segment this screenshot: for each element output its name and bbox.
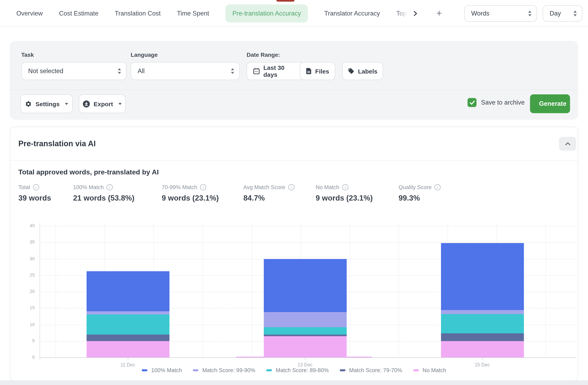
- legend-item[interactable]: No Match: [413, 367, 446, 373]
- stat-70-99-match: 70-99% Matchi 9 words (23.1%): [162, 184, 243, 203]
- y-axis-tick-label: 20: [18, 289, 35, 294]
- select-arrows-icon: [528, 10, 532, 16]
- bar-segment: [264, 334, 346, 336]
- bar-segment: [441, 243, 524, 310]
- labels-filter-button[interactable]: Labels: [342, 62, 383, 80]
- legend-marker: [142, 369, 147, 371]
- info-icon[interactable]: i: [342, 184, 348, 190]
- calendar-icon: [253, 68, 260, 74]
- y-axis-tick-label: 15: [18, 305, 35, 310]
- tab-pre-translation-accuracy[interactable]: Pre-translation Accuracy: [225, 4, 308, 22]
- caret-down-icon: [65, 103, 68, 105]
- stat-label: Total: [18, 184, 30, 190]
- unit-select-value: Words: [471, 10, 489, 17]
- report-tab-bar: Overview Cost Estimate Translation Cost …: [0, 0, 588, 27]
- stat-label: 70-99% Match: [162, 184, 197, 190]
- stat-value: 9 words (23.1%): [162, 194, 243, 203]
- nav-right-controls: Words Day: [464, 5, 582, 21]
- tab-time-spent[interactable]: Time Spent: [177, 10, 209, 17]
- settings-button-label: Settings: [36, 100, 60, 107]
- legend-item[interactable]: Match Score: 89-80%: [266, 367, 329, 373]
- unit-select[interactable]: Words: [464, 5, 537, 21]
- stat-100-match: 100% Matchi 21 words (53.8%): [73, 184, 162, 203]
- bar-segment-tiny: [236, 357, 264, 357]
- language-label: Language: [131, 51, 158, 58]
- legend-marker: [266, 369, 272, 371]
- chevron-right-icon: [413, 10, 418, 16]
- info-icon[interactable]: i: [435, 184, 441, 190]
- horizontal-scrollbar[interactable]: [0, 380, 588, 385]
- stat-label: Avg Match Score: [243, 184, 285, 190]
- bar-segment: [86, 311, 169, 315]
- chart-legend: 100% MatchMatch Score: 99-90%Match Score…: [10, 367, 578, 373]
- legend-label: Match Score: 99-90%: [202, 367, 255, 373]
- info-icon[interactable]: i: [288, 184, 294, 190]
- bar-segment: [441, 310, 524, 314]
- date-range-value: Last 30 days: [263, 64, 299, 78]
- y-axis-tick-label: 25: [18, 273, 35, 277]
- save-to-archive-checkbox[interactable]: [467, 98, 477, 107]
- export-button-label: Export: [94, 100, 113, 107]
- tabs: Overview Cost Estimate Translation Cost …: [16, 4, 409, 22]
- legend-item[interactable]: Match Score: 79-70%: [340, 367, 402, 373]
- tabs-scroll-right-button[interactable]: [409, 7, 421, 20]
- tab-overview[interactable]: Overview: [16, 10, 43, 17]
- legend-item[interactable]: Match Score: 99-90%: [193, 367, 255, 373]
- stat-no-match: No Matchi 9 words (23.1%): [316, 184, 399, 203]
- bar-segment: [441, 314, 524, 333]
- bar-segment: [86, 341, 169, 358]
- y-axis-tick-label: 40: [18, 223, 35, 228]
- date-range-button[interactable]: Last 30 days: [247, 62, 305, 80]
- language-select[interactable]: All: [131, 62, 240, 80]
- section-title: Total approved words, pre-translated by …: [18, 168, 159, 176]
- stat-value: 39 words: [18, 194, 73, 203]
- select-arrows-icon: [573, 10, 577, 16]
- legend-item[interactable]: 100% Match: [142, 367, 182, 373]
- y-axis-tick-label: 0: [18, 355, 35, 360]
- legend-marker: [340, 369, 345, 371]
- task-label: Task: [21, 51, 34, 58]
- stats-row: Totali 39 words 100% Matchi 21 words (53…: [18, 184, 441, 203]
- info-icon[interactable]: i: [200, 184, 206, 190]
- y-axis-tick-label: 30: [18, 256, 35, 261]
- stat-quality-score: Quality Scorei 99.3%: [399, 184, 441, 203]
- info-icon[interactable]: i: [33, 184, 39, 190]
- save-to-archive-checkbox-row[interactable]: Save to archive: [467, 98, 525, 107]
- select-arrows-icon: [118, 68, 121, 74]
- add-report-button[interactable]: +: [433, 7, 445, 20]
- export-button[interactable]: Export: [79, 94, 126, 113]
- bar-segment: [86, 315, 169, 335]
- file-icon: [306, 68, 312, 74]
- labels-button-label: Labels: [358, 68, 377, 75]
- tab-cost-estimate[interactable]: Cost Estimate: [59, 10, 98, 17]
- generate-button[interactable]: Generate: [530, 94, 570, 113]
- info-icon[interactable]: i: [106, 184, 113, 190]
- stat-label: Quality Score: [399, 184, 432, 190]
- files-filter-button[interactable]: Files: [300, 62, 335, 80]
- stat-value: 99.3%: [399, 194, 441, 203]
- stat-label: 100% Match: [73, 184, 104, 190]
- period-select[interactable]: Day: [543, 5, 582, 21]
- x-axis-tick-label: 13 Dec: [285, 362, 325, 367]
- gear-icon: [25, 100, 32, 107]
- language-select-value: All: [138, 67, 145, 75]
- legend-label: Match Score: 79-70%: [349, 367, 402, 373]
- task-select[interactable]: Not selected: [21, 62, 126, 80]
- x-axis-tick-label: 11 Dec: [107, 362, 148, 367]
- tab-translator-accuracy[interactable]: Translator Accuracy: [324, 10, 380, 17]
- report-page: Overview Cost Estimate Translation Cost …: [0, 0, 588, 385]
- x-axis-tick-label: 15 Dec: [462, 362, 503, 367]
- settings-button[interactable]: Settings: [21, 94, 73, 113]
- y-axis-tick-label: 5: [18, 338, 35, 343]
- top-accent-mark: [276, 0, 294, 2]
- tab-top-clipped[interactable]: Top: [396, 10, 409, 17]
- tab-translation-cost[interactable]: Translation Cost: [115, 10, 161, 17]
- period-select-value: Day: [550, 10, 561, 17]
- task-select-value: Not selected: [28, 67, 63, 75]
- legend-label: Match Score: 89-80%: [276, 367, 329, 373]
- stacked-bar-chart: 051015202530354011 Dec13 Dec15 Dec: [10, 127, 579, 381]
- collapse-card-button[interactable]: [559, 137, 576, 151]
- stat-avg-match-score: Avg Match Scorei 84.7%: [243, 184, 316, 203]
- bar-segment: [264, 327, 346, 334]
- checkmark-icon: [469, 100, 475, 105]
